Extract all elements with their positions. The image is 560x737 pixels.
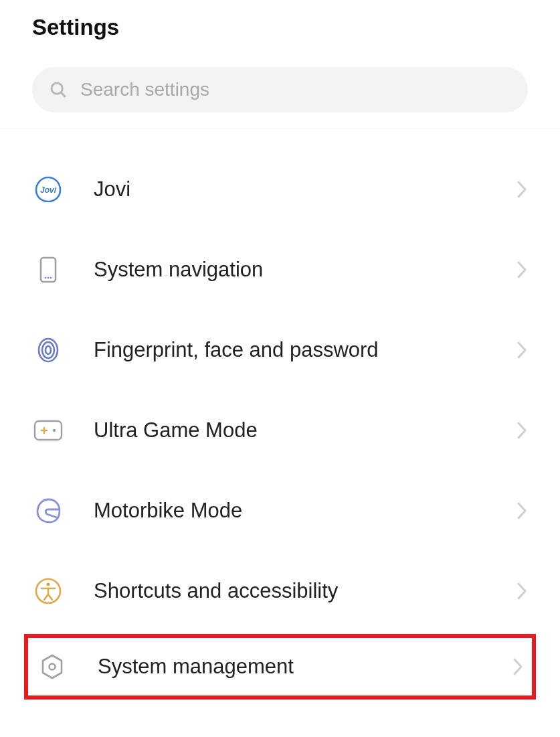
settings-item-label: Jovi: [94, 177, 516, 201]
settings-item-motorbike[interactable]: Motorbike Mode: [0, 471, 560, 551]
settings-item-accessibility[interactable]: Shortcuts and accessibility: [0, 551, 560, 631]
search-icon: [48, 80, 68, 100]
svg-line-18: [44, 594, 48, 600]
svg-text:Jovi: Jovi: [40, 185, 57, 195]
accessibility-icon: [32, 575, 64, 607]
settings-item-label: Fingerprint, face and password: [94, 338, 516, 362]
svg-point-5: [48, 277, 50, 279]
gamepad-icon: [32, 414, 64, 446]
svg-point-6: [50, 277, 52, 279]
settings-list: Jovi Jovi System navigation: [0, 129, 560, 700]
search-container: [0, 52, 560, 129]
svg-point-9: [45, 346, 51, 354]
chevron-right-icon: [516, 501, 528, 521]
svg-point-4: [45, 277, 47, 279]
settings-item-jovi[interactable]: Jovi Jovi: [0, 149, 560, 230]
fingerprint-icon: [32, 334, 64, 366]
settings-item-fingerprint[interactable]: Fingerprint, face and password: [0, 310, 560, 390]
settings-item-game-mode[interactable]: Ultra Game Mode: [0, 390, 560, 471]
chevron-right-icon: [516, 581, 528, 601]
search-input[interactable]: [80, 79, 512, 100]
settings-item-label: System navigation: [94, 258, 516, 282]
svg-line-19: [48, 594, 52, 600]
svg-line-1: [61, 92, 65, 96]
svg-point-15: [46, 582, 50, 586]
settings-item-label: Motorbike Mode: [94, 499, 516, 523]
settings-item-label: Shortcuts and accessibility: [94, 579, 516, 603]
page-title: Settings: [32, 15, 528, 40]
search-bar[interactable]: [32, 67, 528, 112]
chevron-right-icon: [512, 657, 524, 677]
chevron-right-icon: [516, 420, 528, 440]
jovi-icon: Jovi: [32, 173, 64, 206]
settings-item-label: System management: [98, 655, 512, 679]
settings-item-system-management[interactable]: System management: [24, 634, 536, 700]
settings-item-label: Ultra Game Mode: [94, 418, 516, 442]
chevron-right-icon: [516, 340, 528, 360]
gear-hex-icon: [36, 651, 68, 683]
chevron-right-icon: [516, 179, 528, 199]
phone-nav-icon: [32, 254, 64, 286]
svg-rect-10: [35, 421, 62, 440]
helmet-icon: [32, 495, 64, 527]
svg-marker-20: [43, 655, 62, 678]
svg-point-13: [53, 429, 56, 432]
chevron-right-icon: [516, 260, 528, 280]
svg-point-8: [42, 342, 54, 358]
settings-item-system-navigation[interactable]: System navigation: [0, 230, 560, 310]
header: Settings: [0, 0, 560, 52]
svg-point-21: [50, 664, 56, 670]
